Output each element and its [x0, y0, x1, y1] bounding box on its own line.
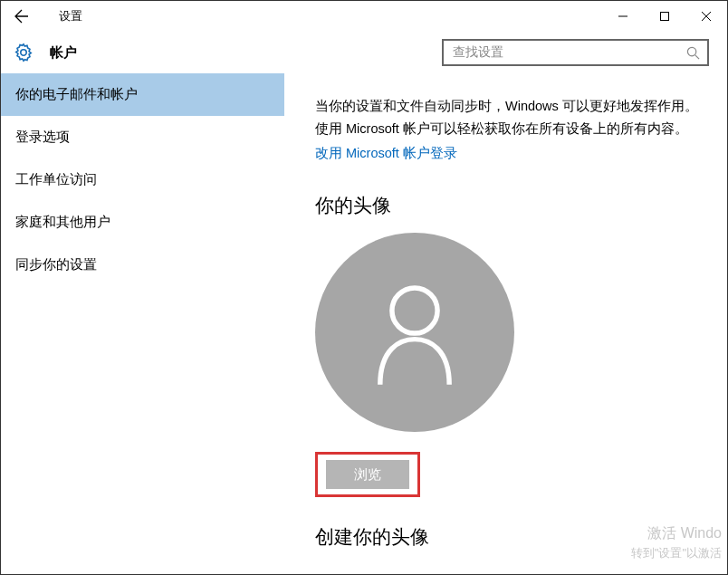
gear-icon — [14, 43, 34, 62]
titlebar: 设置 — [1, 1, 727, 32]
create-avatar-heading: 创建你的头像 — [315, 524, 707, 550]
header: 帐户 查找设置 — [1, 32, 727, 73]
person-icon — [365, 278, 465, 387]
window-controls — [602, 1, 727, 32]
svg-point-2 — [392, 288, 437, 333]
sidebar-item-family-users[interactable]: 家庭和其他用户 — [1, 201, 284, 244]
sidebar: 你的电子邮件和帐户 登录选项 工作单位访问 家庭和其他用户 同步你的设置 — [1, 73, 284, 574]
close-icon — [702, 12, 711, 21]
switch-ms-account-link[interactable]: 改用 Microsoft 帐户登录 — [315, 145, 457, 162]
svg-rect-0 — [661, 13, 669, 21]
search-placeholder: 查找设置 — [453, 44, 686, 61]
close-button[interactable] — [685, 1, 727, 32]
minimize-button[interactable] — [602, 1, 644, 32]
back-arrow-icon — [14, 9, 29, 24]
search-icon — [686, 46, 700, 60]
browse-button-label: 浏览 — [354, 466, 381, 484]
svg-point-1 — [687, 47, 695, 55]
avatar-heading: 你的头像 — [315, 193, 707, 218]
content-area: 你的电子邮件和帐户 登录选项 工作单位访问 家庭和其他用户 同步你的设置 当你的… — [1, 73, 727, 574]
minimize-icon — [618, 12, 627, 21]
sidebar-item-label: 登录选项 — [15, 129, 70, 146]
description-text: 当你的设置和文件自动同步时，Windows 可以更好地发挥作用。使用 Micro… — [315, 95, 707, 139]
sidebar-item-sync-settings[interactable]: 同步你的设置 — [1, 244, 284, 286]
avatar-placeholder — [315, 233, 514, 432]
back-button[interactable] — [1, 1, 43, 32]
sidebar-item-label: 家庭和其他用户 — [15, 214, 110, 231]
sidebar-item-label: 工作单位访问 — [15, 171, 97, 188]
page-title: 帐户 — [50, 44, 77, 62]
browse-highlight-box: 浏览 — [315, 452, 420, 497]
browse-button[interactable]: 浏览 — [326, 460, 409, 489]
window-title: 设置 — [59, 8, 82, 24]
sidebar-item-signin-options[interactable]: 登录选项 — [1, 116, 284, 158]
sidebar-item-label: 你的电子邮件和帐户 — [15, 86, 138, 103]
sidebar-item-label: 同步你的设置 — [15, 256, 97, 273]
sidebar-item-email-accounts[interactable]: 你的电子邮件和帐户 — [1, 73, 284, 116]
search-input[interactable]: 查找设置 — [442, 39, 709, 66]
maximize-icon — [660, 12, 669, 21]
sidebar-item-work-access[interactable]: 工作单位访问 — [1, 158, 284, 201]
maximize-button[interactable] — [644, 1, 685, 32]
main-panel: 当你的设置和文件自动同步时，Windows 可以更好地发挥作用。使用 Micro… — [284, 73, 727, 574]
